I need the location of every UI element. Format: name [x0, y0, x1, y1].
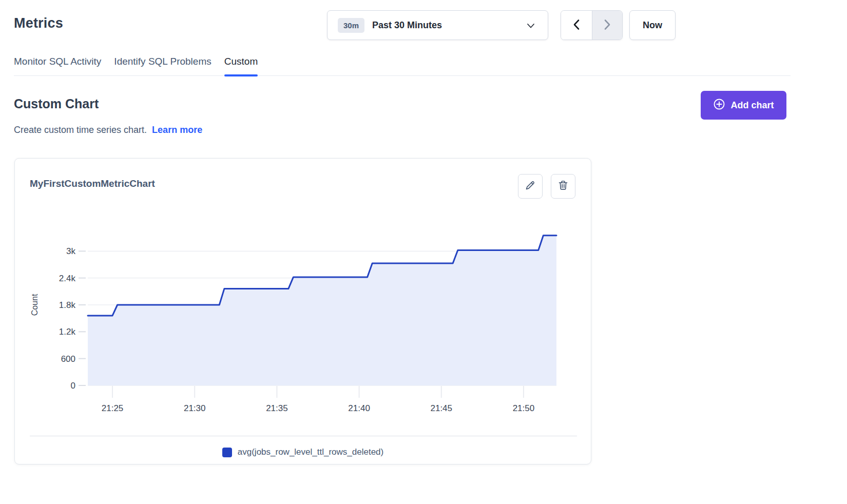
plus-circle-icon	[713, 98, 725, 113]
time-range-badge: 30m	[338, 18, 364, 33]
y-tick-label: 1.8k	[59, 300, 76, 310]
x-tick-label: 21:45	[430, 403, 452, 413]
time-range-selector[interactable]: 30m Past 30 Minutes	[327, 10, 548, 40]
add-chart-button[interactable]: Add chart	[701, 91, 786, 120]
x-tick-label: 21:25	[102, 403, 124, 413]
learn-more-link[interactable]: Learn more	[152, 125, 202, 135]
y-tick-label: 2.4k	[59, 274, 76, 283]
custom-chart-card: MyFirstCustomMetricChart	[14, 158, 591, 464]
tab-identify-sql-problems[interactable]: Identify SQL Problems	[114, 52, 211, 75]
y-tick-label: 1.2k	[59, 327, 76, 337]
tab-custom[interactable]: Custom	[224, 52, 258, 75]
chevron-left-icon	[572, 19, 581, 32]
x-tick-label: 21:50	[513, 403, 535, 413]
chevron-right-icon	[603, 19, 611, 32]
next-time-button[interactable]	[592, 11, 623, 40]
delete-chart-button[interactable]	[551, 174, 575, 199]
y-tick-label: 0	[71, 381, 75, 391]
time-range-label: Past 30 Minutes	[372, 20, 442, 31]
x-tick-label: 21:30	[184, 403, 206, 413]
prev-time-button[interactable]	[561, 11, 592, 40]
trash-icon	[557, 180, 569, 193]
x-tick-label: 21:40	[348, 403, 370, 413]
card-divider	[30, 436, 577, 436]
pencil-icon	[525, 180, 536, 193]
timeseries-chart[interactable]: 06001.2k1.8k2.4k3k21:2521:3021:3521:4021…	[25, 216, 569, 414]
time-nav-group	[561, 10, 623, 40]
tab-bar: Monitor SQL Activity Identify SQL Proble…	[14, 52, 791, 76]
legend-label: avg(jobs_row_level_ttl_rows_deleted)	[238, 447, 383, 457]
chart-legend[interactable]: avg(jobs_row_level_ttl_rows_deleted)	[15, 447, 591, 457]
chart-title: MyFirstCustomMetricChart	[30, 178, 155, 189]
section-heading: Custom Chart	[14, 96, 99, 111]
page-title: Metrics	[14, 15, 63, 31]
add-chart-label: Add chart	[730, 100, 774, 111]
legend-swatch-icon	[222, 448, 232, 457]
x-tick-label: 21:35	[266, 403, 288, 413]
section-description-text: Create custom time series chart.	[14, 125, 147, 135]
now-button[interactable]: Now	[629, 10, 676, 40]
edit-chart-button[interactable]	[518, 174, 543, 199]
chevron-down-icon	[526, 22, 535, 31]
y-tick-label: 3k	[66, 246, 75, 256]
y-tick-label: 600	[61, 354, 75, 364]
section-description: Create custom time series chart. Learn m…	[14, 125, 202, 135]
metrics-page: Metrics 30m Past 30 Minutes Now Monitor …	[0, 0, 847, 504]
series-area	[88, 236, 556, 385]
y-axis-title: Count	[30, 294, 39, 316]
tab-monitor-sql-activity[interactable]: Monitor SQL Activity	[14, 52, 101, 75]
